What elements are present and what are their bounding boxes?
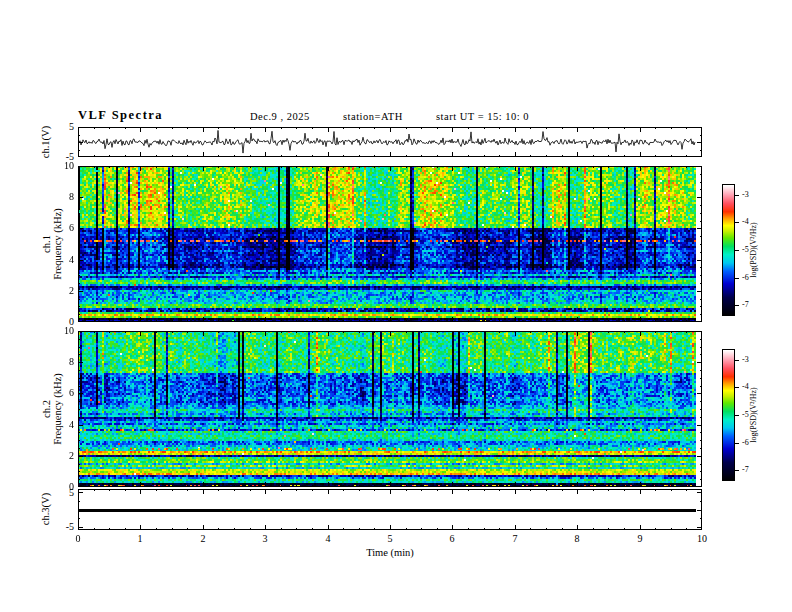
time-tick-label: 3 — [250, 533, 280, 544]
spec1-ytick-label: 4 — [44, 254, 74, 265]
ch1-waveform-panel — [78, 127, 702, 157]
ch1-spectrogram-panel — [78, 166, 702, 322]
time-tick-label: 0 — [63, 533, 93, 544]
colorbar1-tick-label: -3 — [742, 190, 766, 199]
colorbar1-tick-label: -6 — [742, 273, 766, 282]
time-tick-label: 9 — [625, 533, 655, 544]
page-title: VLF Spectra — [78, 108, 163, 123]
ch3-ytick-min: -5 — [44, 521, 74, 532]
time-tick-label: 1 — [125, 533, 155, 544]
spec1-ytick-label: 10 — [44, 160, 74, 171]
time-tick-label: 8 — [562, 533, 592, 544]
ch2-spectrogram-panel — [78, 331, 702, 487]
spec2-ytick-label: 4 — [44, 419, 74, 430]
wave-ytick-max: 5 — [44, 121, 74, 132]
time-tick-label: 7 — [500, 533, 530, 544]
spec2-ytick-label: 0 — [44, 481, 74, 492]
colorbar2-tick-label: -5 — [742, 410, 766, 419]
time-tick-label: 4 — [313, 533, 343, 544]
colorbar-spec1 — [722, 184, 740, 316]
colorbar-spec2 — [722, 349, 740, 481]
time-tick-label: 5 — [375, 533, 405, 544]
spec2-ytick-label: 2 — [44, 450, 74, 461]
station-label: station=ATH — [343, 111, 403, 122]
spec1-ytick-label: 2 — [44, 285, 74, 296]
ch3-waveform-panel — [78, 489, 702, 530]
colorbar1-tick-label: -7 — [742, 300, 766, 309]
date-label: Dec.9 , 2025 — [250, 111, 310, 122]
time-tick-label: 6 — [437, 533, 467, 544]
colorbar2-tick-label: -6 — [742, 438, 766, 447]
time-tick-label: 10 — [687, 533, 717, 544]
colorbar1-tick-label: -4 — [742, 217, 766, 226]
colorbar1-tick-label: -5 — [742, 245, 766, 254]
time-axis-label: Time (min) — [330, 547, 450, 558]
spec2-ytick-label: 8 — [44, 356, 74, 367]
spec1-ytick-label: 6 — [44, 222, 74, 233]
ch3-voltage-axis-label: ch.3(V) — [39, 449, 53, 569]
time-tick-label: 2 — [188, 533, 218, 544]
colorbar2-tick-label: -3 — [742, 355, 766, 364]
spec2-ytick-label: 10 — [44, 325, 74, 336]
start-ut-label: start UT = 15: 10: 0 — [436, 111, 529, 122]
spec1-ytick-label: 8 — [44, 191, 74, 202]
colorbar2-tick-label: -4 — [742, 382, 766, 391]
colorbar2-tick-label: -7 — [742, 465, 766, 474]
spec2-ytick-label: 6 — [44, 387, 74, 398]
vlf-spectra-figure: VLF Spectra Dec.9 , 2025 station=ATH sta… — [0, 0, 792, 612]
